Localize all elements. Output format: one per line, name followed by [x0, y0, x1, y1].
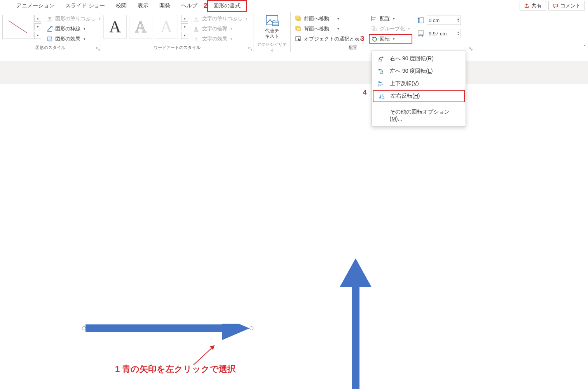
tab-help[interactable]: ヘルプ — [176, 1, 203, 11]
svg-rect-17 — [297, 27, 300, 31]
shape-fill-label: 図形の塗りつぶし — [55, 15, 96, 22]
send-backward-icon — [295, 26, 302, 32]
flip-vertical[interactable]: 上下反転(V) — [372, 77, 466, 90]
wordart-gallery-scroll: ▴ ▾ ▾ — [181, 15, 188, 39]
text-outline-label: 文字の輪郭 — [202, 25, 227, 32]
comment-label: コメント — [560, 2, 581, 9]
group-label-shape-styles: 図形のスタイル — [2, 44, 98, 52]
width-value: 9.97 cm — [429, 31, 447, 37]
comment-icon — [553, 3, 558, 9]
text-outline-icon: A — [194, 26, 200, 32]
svg-rect-1 — [47, 21, 52, 21]
tab-slideshow[interactable]: スライド ショー — [60, 1, 110, 11]
wordart-down[interactable]: ▾ — [181, 23, 188, 30]
text-fill-label: 文字の塗りつぶし — [202, 15, 243, 22]
svg-line-32 — [194, 345, 215, 365]
alt-text-button[interactable]: 代替テ キスト — [261, 13, 283, 41]
wordart-style-2[interactable]: A — [129, 15, 152, 39]
wordart-more[interactable]: ▾ — [181, 32, 188, 39]
bring-forward-button[interactable]: 前面へ移動 ▾ — [293, 14, 366, 23]
annotation-4: 4 — [363, 89, 366, 96]
svg-rect-6 — [194, 21, 199, 21]
blue-right-arrow-shape[interactable] — [82, 324, 253, 356]
rotate-button[interactable]: 回転▾ — [369, 34, 412, 44]
flip-horizontal-label: 左右反転(H) — [391, 93, 420, 100]
shape-style-gallery[interactable] — [2, 15, 33, 39]
tab-shape-format[interactable]: 図形の書式 — [207, 0, 247, 12]
svg-rect-26 — [379, 60, 382, 61]
svg-marker-29 — [222, 324, 250, 340]
rotate-right-90[interactable]: 右へ 90 度回転(R) — [372, 53, 466, 65]
gallery-more[interactable]: ▾ — [34, 32, 41, 39]
wordart-style-3[interactable]: A — [155, 15, 178, 39]
group-wordart-styles: A A A ▴ ▾ ▾ A 文字の塗りつぶし▾ A 文字の輪郭▾ — [101, 12, 253, 52]
workspace-margin — [0, 61, 588, 84]
shape-handle-end[interactable] — [250, 326, 253, 330]
width-spinner[interactable]: 9.97 cm ▴▾ — [417, 29, 461, 38]
group-objects-label: グループ化 — [380, 25, 405, 32]
dialog-launcher-wordart[interactable] — [248, 46, 253, 51]
gallery-up[interactable]: ▴ — [34, 15, 41, 22]
svg-text:A: A — [194, 16, 198, 21]
shape-handle-start[interactable] — [82, 326, 86, 330]
alt-text-icon — [265, 15, 279, 26]
rotate-icon — [371, 36, 377, 42]
send-backward-button[interactable]: 背面へ移動 ▾ — [293, 24, 366, 33]
ribbon-tab-row: アニメーション スライド ショー 校閲 表示 開発 ヘルプ 2 図形の書式 共有… — [0, 0, 588, 12]
tab-animation[interactable]: アニメーション — [11, 1, 60, 11]
rotate-left-icon — [377, 68, 384, 75]
annotation-2: 2 — [204, 2, 207, 10]
slide-canvas[interactable]: 1 青の矢印を左クリックで選択 — [0, 84, 531, 389]
shape-fill-button[interactable]: 図形の塗りつぶし▾ — [44, 14, 103, 23]
flip-horizontal-icon — [378, 93, 385, 100]
svg-rect-11 — [272, 21, 279, 26]
svg-rect-27 — [380, 72, 383, 74]
rotate-left-90[interactable]: 左へ 90 度回転(L) — [372, 65, 466, 77]
svg-rect-8 — [194, 31, 199, 32]
share-button[interactable]: 共有 — [520, 1, 546, 11]
text-effects-icon: A — [194, 36, 200, 42]
shape-style-gallery-scroll: ▴ ▾ ▾ — [34, 15, 41, 39]
bring-forward-label: 前面へ移動 — [304, 15, 329, 22]
align-button[interactable]: 配置▾ — [369, 14, 412, 23]
group-arrange: 前面へ移動 ▾ 背面へ移動 ▾ オブジェクトの選択と表示 配置▾ — [291, 12, 415, 52]
dialog-launcher-size[interactable] — [468, 46, 473, 51]
selection-pane-button[interactable]: オブジェクトの選択と表示 — [293, 34, 366, 44]
dialog-launcher-shape-styles[interactable] — [95, 46, 100, 51]
rotate-left-label: 左へ 90 度回転(L) — [390, 68, 433, 75]
collapse-ribbon[interactable]: ˄ — [583, 45, 586, 50]
tab-developer[interactable]: 開発 — [154, 1, 176, 11]
align-label: 配置 — [380, 15, 390, 22]
more-rotation-options[interactable]: その他の回転オプション(M)... — [372, 106, 466, 124]
send-backward-label: 背面へ移動 — [304, 25, 329, 32]
flip-vertical-icon — [377, 80, 384, 87]
alt-text-label-2: キスト — [265, 33, 279, 39]
group-icon — [371, 26, 377, 32]
group-accessibility: 代替テ キスト アクセシビリティ — [253, 12, 291, 52]
height-value: 0 cm — [429, 18, 440, 23]
shape-outline-button[interactable]: 図形の枠線▾ — [44, 24, 103, 33]
comment-button[interactable]: コメント — [548, 1, 585, 11]
blue-up-arrow-shape[interactable] — [338, 258, 373, 389]
width-steppers[interactable]: ▴▾ — [457, 31, 459, 36]
bring-forward-icon — [295, 16, 302, 22]
rotate-right-icon — [377, 55, 384, 62]
rotate-menu: 右へ 90 度回転(R) 左へ 90 度回転(L) 上下反転(V) 左右反転(H… — [372, 51, 466, 126]
svg-rect-15 — [296, 16, 299, 19]
tab-view[interactable]: 表示 — [132, 1, 154, 11]
svg-line-0 — [9, 21, 27, 33]
shape-effects-button[interactable]: 図形の効果▾ — [44, 34, 103, 44]
svg-rect-2 — [47, 31, 52, 32]
wordart-style-1[interactable]: A — [103, 15, 127, 39]
annotation-3: 3 — [361, 35, 364, 43]
wordart-up[interactable]: ▴ — [181, 15, 188, 22]
line-preview-icon — [6, 18, 30, 35]
gallery-down[interactable]: ▾ — [34, 23, 41, 30]
fill-icon — [47, 16, 53, 22]
height-steppers[interactable]: ▴▾ — [457, 18, 459, 23]
share-label: 共有 — [532, 2, 542, 9]
tab-review[interactable]: 校閲 — [110, 1, 132, 11]
height-spinner[interactable]: 0 cm ▴▾ — [417, 16, 461, 25]
text-fill-icon: A — [194, 16, 200, 22]
flip-horizontal[interactable]: 左右反転(H) — [373, 90, 465, 102]
